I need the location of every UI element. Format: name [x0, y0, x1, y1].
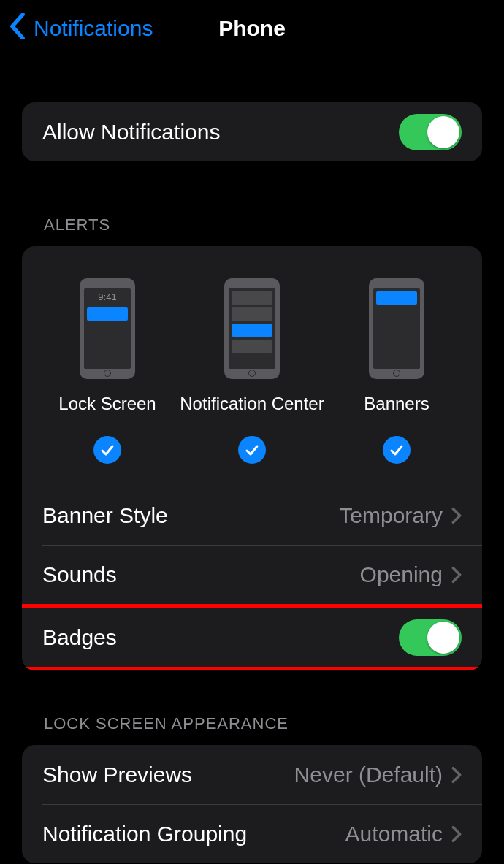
badges-toggle[interactable] — [399, 619, 462, 656]
notification-grouping-label: Notification Grouping — [42, 822, 247, 846]
chevron-right-icon — [451, 507, 462, 524]
notification-center-label: Notification Center — [180, 394, 324, 414]
lock-screen-time: 9:41 — [84, 291, 131, 302]
allow-notifications-label: Allow Notifications — [42, 120, 220, 145]
notification-grouping-value: Automatic — [345, 822, 443, 846]
lock-screen-appearance-group: Show Previews Never (Default) Notificati… — [22, 745, 482, 863]
alerts-group: 9:41 Lock Screen — [22, 246, 482, 670]
sounds-value: Opening — [360, 562, 443, 587]
show-previews-label: Show Previews — [42, 762, 192, 787]
badges-label: Badges — [42, 625, 117, 650]
notification-grouping-right: Automatic — [345, 822, 462, 846]
chevron-right-icon — [451, 566, 462, 584]
notification-center-icon — [224, 278, 280, 379]
show-previews-right: Never (Default) — [294, 762, 462, 787]
back-button[interactable]: Notifications — [0, 13, 153, 45]
sounds-row[interactable]: Sounds Opening — [22, 545, 482, 604]
alert-option-banners[interactable]: Banners — [324, 278, 469, 464]
chevron-right-icon — [451, 766, 462, 784]
alert-style-picker: 9:41 Lock Screen — [22, 246, 482, 486]
lock-screen-check[interactable] — [93, 436, 121, 464]
banners-label: Banners — [364, 394, 429, 414]
toggle-knob — [427, 622, 459, 654]
banner-style-value: Temporary — [339, 503, 443, 528]
alerts-header: ALERTS — [44, 215, 482, 234]
alert-option-notification-center[interactable]: Notification Center — [180, 278, 324, 464]
banner-style-right: Temporary — [339, 503, 462, 528]
banners-icon — [369, 278, 424, 379]
toggle-knob — [427, 116, 459, 148]
lock-screen-appearance-header: LOCK SCREEN APPEARANCE — [44, 714, 482, 733]
alert-option-lock-screen[interactable]: 9:41 Lock Screen — [35, 278, 180, 464]
allow-notifications-toggle[interactable] — [399, 114, 462, 150]
badges-highlight: Badges — [22, 604, 482, 670]
allow-notifications-row: Allow Notifications — [22, 102, 482, 161]
sounds-right: Opening — [360, 562, 462, 587]
banner-style-label: Banner Style — [42, 503, 168, 528]
lock-screen-label: Lock Screen — [58, 394, 156, 414]
sounds-label: Sounds — [42, 562, 117, 587]
lock-screen-icon: 9:41 — [80, 278, 135, 379]
chevron-left-icon — [9, 13, 34, 45]
show-previews-row[interactable]: Show Previews Never (Default) — [22, 745, 482, 804]
nav-bar: Notifications Phone — [0, 0, 504, 51]
back-label: Notifications — [34, 16, 153, 41]
badges-row: Badges — [22, 608, 482, 667]
allow-notifications-group: Allow Notifications — [22, 102, 482, 161]
chevron-right-icon — [451, 825, 462, 843]
show-previews-value: Never (Default) — [294, 762, 443, 787]
banners-check[interactable] — [383, 436, 411, 464]
page-title: Phone — [218, 16, 286, 41]
notification-center-check[interactable] — [238, 436, 266, 464]
banner-style-row[interactable]: Banner Style Temporary — [22, 486, 482, 545]
notification-grouping-row[interactable]: Notification Grouping Automatic — [22, 804, 482, 863]
